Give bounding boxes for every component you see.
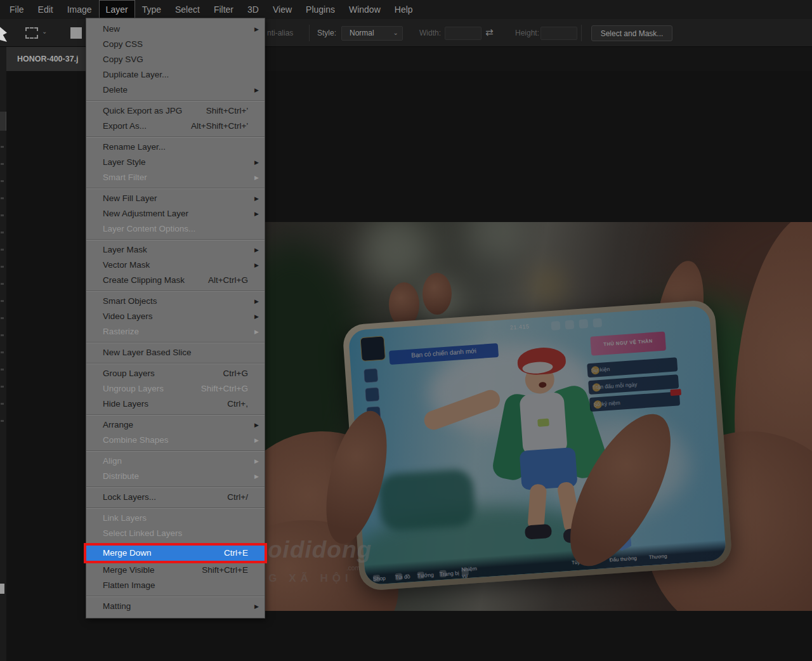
game-bottom-item-label: Tướng [417, 571, 435, 579]
active-tool-slot[interactable] [0, 112, 6, 131]
tool-preset-icon[interactable] [0, 25, 7, 42]
bokeh-blob [468, 222, 525, 260]
submenu-arrow-icon: ▶ [254, 324, 259, 339]
menu-item-label: Rename Layer... [103, 142, 166, 152]
rectangular-marquee-icon[interactable] [25, 27, 38, 39]
menu-item-merge-down[interactable]: Merge DownCtrl+E [86, 546, 265, 561]
menu-item-matting[interactable]: Matting▶ [86, 599, 265, 614]
menu-layer[interactable]: Layer [99, 0, 135, 19]
game-side-icon [363, 368, 378, 383]
menu-item-label: Duplicate Layer... [103, 70, 169, 79]
tool-icon-fragment [1, 249, 4, 251]
menu-plugins[interactable]: Plugins [299, 0, 342, 19]
menu-item-label: Smart Objects [103, 296, 157, 306]
menu-3d[interactable]: 3D [240, 0, 266, 19]
menu-view[interactable]: View [266, 0, 299, 19]
menu-window[interactable]: Window [342, 0, 388, 19]
tool-icon-fragment [1, 317, 4, 319]
height-input[interactable] [540, 27, 577, 40]
layer-menu-panel: New▶Copy CSSCopy SVGDuplicate Layer...De… [86, 18, 265, 618]
menu-item-smart-objects[interactable]: Smart Objects▶ [86, 294, 265, 309]
width-input[interactable] [445, 27, 481, 40]
menu-item-label: Layer Mask [103, 245, 147, 254]
game-bottom-item-trang-bi: Trang bị [439, 570, 447, 577]
menu-item-layer-mask[interactable]: Layer Mask▶ [86, 242, 265, 258]
watermark-text: .com [346, 565, 360, 572]
select-and-mask-button[interactable]: Select and Mask... [591, 25, 672, 41]
game-top-icon [565, 320, 574, 330]
game-event-banner: THỦ NGỰ VỆ THẦN [590, 332, 666, 356]
menu-item-copy-svg[interactable]: Copy SVG [86, 52, 265, 67]
submenu-arrow-icon: ▶ [254, 170, 259, 185]
menu-image[interactable]: Image [60, 0, 99, 19]
game-bottom-item-label: Túi đồ [395, 573, 410, 580]
menu-item-label: New Adjustment Layer [103, 209, 188, 218]
menu-item-video-layers[interactable]: Video Layers▶ [86, 309, 265, 324]
menu-item-hide-layers[interactable]: Hide LayersCtrl+, [86, 396, 265, 412]
menu-item-label: Combine Shapes [103, 435, 169, 445]
submenu-arrow-icon: ▶ [254, 242, 259, 258]
tool-icon-fragment [1, 214, 4, 216]
bokeh-blob [528, 266, 566, 304]
menu-type[interactable]: Type [135, 0, 168, 19]
menu-item-duplicate-layer[interactable]: Duplicate Layer... [86, 67, 265, 82]
game-currency-value: 21.415 [510, 323, 530, 330]
tool-icon-fragment [1, 403, 4, 405]
menu-item-new-fill-layer[interactable]: New Fill Layer▶ [86, 191, 265, 206]
menu-edit[interactable]: Edit [31, 0, 60, 19]
menu-item-create-clipping-mask[interactable]: Create Clipping MaskAlt+Ctrl+G [86, 273, 265, 288]
menu-item-label: Export As... [103, 121, 147, 131]
menu-item-label: Quick Export as JPG [103, 106, 182, 115]
menu-select[interactable]: Select [168, 0, 207, 19]
menu-item-shortcut: Shift+Ctrl+' [206, 103, 248, 119]
menu-item-shortcut: Shift+Ctrl+G [201, 381, 248, 396]
watermark-text: NG XÃ HỘI [265, 572, 353, 585]
menu-item-label: New Layer Based Slice [103, 348, 192, 357]
menu-item-shortcut: Ctrl+/ [227, 490, 248, 505]
menu-item-copy-css[interactable]: Copy CSS [86, 37, 265, 52]
menu-item-combine-shapes: Combine Shapes▶ [86, 433, 265, 448]
menu-item-export-as[interactable]: Export As...Alt+Shift+Ctrl+' [86, 119, 265, 134]
menu-item-group-layers[interactable]: Group LayersCtrl+G [86, 366, 265, 381]
menu-item-vector-mask[interactable]: Vector Mask▶ [86, 258, 265, 273]
selection-mode-icon[interactable] [70, 27, 82, 39]
menu-item-flatten-image[interactable]: Flatten Image [86, 578, 265, 593]
menu-item-quick-export-as-jpg[interactable]: Quick Export as JPGShift+Ctrl+' [86, 103, 265, 119]
tool-icon-fragment [1, 266, 4, 268]
menu-item-new-adjustment-layer[interactable]: New Adjustment Layer▶ [86, 206, 265, 221]
menu-item-label: Delete [103, 85, 128, 95]
style-select[interactable]: Normal ⌄ [341, 26, 403, 41]
left-hand-fingertip [422, 273, 452, 315]
chevron-down-icon[interactable]: ⌄ [42, 28, 47, 35]
menu-item-label: New [103, 24, 120, 34]
menu-item-delete[interactable]: Delete▶ [86, 82, 265, 98]
menu-item-smart-filter: Smart Filter▶ [86, 170, 265, 185]
menu-item-new[interactable]: New▶ [86, 22, 265, 37]
menubar-items: FileEditImageLayerTypeSelectFilter3DView… [3, 0, 420, 19]
tool-icon-fragment [1, 232, 4, 233]
menu-separator [86, 593, 265, 599]
menu-item-merge-visible[interactable]: Merge VisibleShift+Ctrl+E [86, 563, 265, 578]
tool-icon-fragment [1, 300, 4, 302]
game-top-icon [593, 318, 602, 327]
menu-item-rename-layer[interactable]: Rename Layer... [86, 140, 265, 155]
canvas-image[interactable]: Bạn có chiến danh mới 21.415 [265, 222, 812, 611]
menu-help[interactable]: Help [388, 0, 420, 19]
menu-item-new-layer-based-slice[interactable]: New Layer Based Slice [86, 345, 265, 360]
menu-filter[interactable]: Filter [207, 0, 240, 19]
menu-file[interactable]: File [3, 0, 31, 19]
menu-item-arrange[interactable]: Arrange▶ [86, 417, 265, 433]
game-bottom-item-label: Shop [373, 575, 386, 582]
submenu-arrow-icon: ▶ [254, 155, 259, 170]
smartphone: Bạn có chiến danh mới 21.415 [342, 299, 733, 591]
menu-separator [86, 412, 265, 417]
game-bottom-right-label: Đấu thường [610, 556, 638, 563]
game-bottom-item-shop: Shop [373, 575, 381, 582]
menu-item-label: Hide Layers [103, 399, 148, 409]
menu-item-layer-style[interactable]: Layer Style▶ [86, 155, 265, 170]
game-bottom-right-label: Thương [648, 553, 667, 560]
swap-dimensions-icon[interactable]: ⇄ [485, 27, 494, 38]
menu-item-lock-layers[interactable]: Lock Layers...Ctrl+/ [86, 490, 265, 505]
menu-item-shortcut: Shift+Ctrl+E [202, 563, 248, 578]
menu-item-shortcut: Ctrl+E [224, 546, 248, 561]
